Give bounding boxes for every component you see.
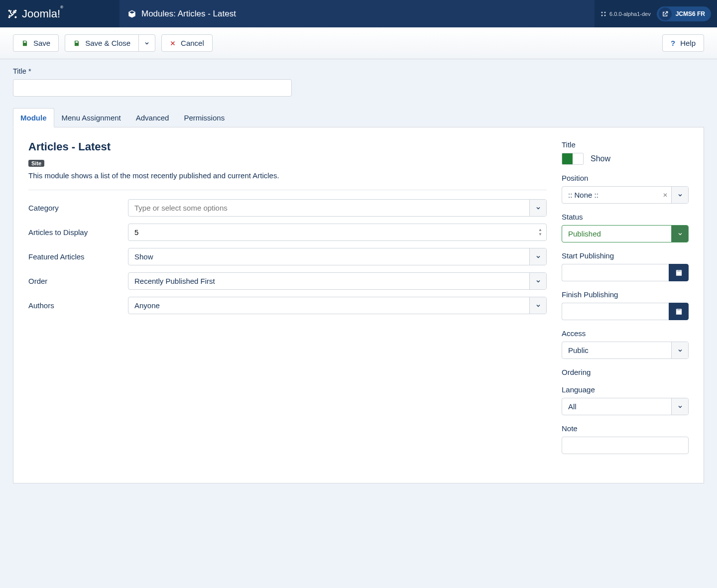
chevron-down-icon [671, 342, 688, 358]
note-label: Note [562, 424, 689, 433]
finish-publish-input[interactable] [562, 303, 669, 320]
save-icon [21, 40, 28, 47]
svg-point-5 [604, 11, 606, 13]
featured-label: Featured Articles [28, 252, 128, 261]
tab-module[interactable]: Module [13, 108, 54, 127]
chevron-down-icon [671, 398, 688, 415]
divider [28, 190, 547, 190]
site-link[interactable]: JCMS6 FR [657, 6, 711, 21]
count-label: Articles to Display [28, 228, 128, 236]
title-input[interactable] [13, 79, 292, 97]
close-icon [170, 40, 176, 46]
calendar-button[interactable] [669, 303, 689, 320]
main-column: Articles - Latest Site This module shows… [28, 140, 547, 463]
category-select[interactable]: Type or select some options [128, 199, 547, 217]
calendar-button[interactable] [669, 264, 689, 281]
status-label: Status [562, 213, 689, 221]
authors-select[interactable]: Anyone [128, 297, 547, 314]
brand[interactable]: Joomla!® [0, 0, 120, 27]
svg-rect-11 [676, 309, 681, 311]
title-field-row: Title * [0, 59, 717, 97]
svg-point-6 [601, 14, 603, 16]
cancel-button[interactable]: Cancel [161, 34, 213, 52]
svg-point-1 [14, 9, 16, 11]
language-label: Language [562, 385, 689, 394]
toolbar: Save Save & Close Cancel ? Help [0, 27, 717, 59]
chevron-down-icon [529, 200, 546, 216]
help-icon: ? [671, 39, 675, 47]
status-select[interactable]: Published [562, 225, 689, 242]
chevron-down-icon [144, 40, 150, 46]
page-title: Modules: Articles - Latest [120, 0, 595, 27]
start-publish-input[interactable] [562, 264, 669, 281]
help-button[interactable]: ? Help [662, 34, 704, 52]
tab-bar: Module Menu Assignment Advanced Permissi… [13, 108, 704, 127]
chevron-down-icon [671, 226, 688, 242]
brand-name: Joomla!® [22, 7, 63, 20]
save-close-group: Save & Close [65, 34, 155, 52]
svg-point-0 [8, 9, 10, 11]
calendar-icon [675, 269, 683, 276]
client-badge: Site [28, 160, 44, 167]
authors-label: Authors [28, 301, 128, 310]
svg-point-3 [14, 16, 16, 18]
svg-point-2 [8, 16, 10, 18]
show-title-value: Show [591, 154, 610, 163]
calendar-icon [675, 308, 683, 315]
svg-rect-8 [676, 272, 681, 276]
title-label: Title * [13, 67, 704, 75]
save-close-button[interactable]: Save & Close [65, 34, 139, 52]
featured-select[interactable]: Show [128, 248, 547, 265]
module-description: This module shows a list of the most rec… [28, 171, 547, 180]
ordering-label: Ordering [562, 368, 689, 376]
tab-advanced[interactable]: Advanced [128, 108, 177, 127]
svg-point-4 [601, 11, 603, 13]
tab-permissions[interactable]: Permissions [176, 108, 232, 127]
order-label: Order [28, 277, 128, 285]
chevron-down-icon [529, 273, 546, 289]
side-column: Title Show Position :: None :: ✕ Status … [562, 140, 689, 463]
side-title-label: Title [562, 140, 689, 149]
note-input[interactable] [562, 437, 689, 454]
number-spinner[interactable]: ▲▼ [537, 226, 544, 238]
position-label: Position [562, 174, 689, 182]
save-button[interactable]: Save [13, 34, 59, 52]
category-label: Category [28, 204, 128, 212]
show-title-switch[interactable] [562, 153, 584, 165]
module-heading: Articles - Latest [28, 140, 547, 153]
chevron-down-icon [671, 187, 688, 203]
language-select[interactable]: All [562, 398, 689, 415]
cube-icon [127, 9, 136, 18]
svg-rect-10 [676, 311, 681, 315]
count-input[interactable] [128, 224, 547, 241]
chevron-down-icon [529, 248, 546, 265]
start-publish-label: Start Publishing [562, 251, 689, 260]
access-select[interactable]: Public [562, 342, 689, 359]
external-link-icon [659, 7, 672, 20]
top-bar: Joomla!® Modules: Articles - Latest 6.0.… [0, 0, 717, 27]
svg-point-7 [604, 14, 606, 16]
finish-publish-label: Finish Publishing [562, 290, 689, 299]
tab-menu-assignment[interactable]: Menu Assignment [54, 108, 128, 127]
save-icon [73, 40, 80, 47]
version-label: 6.0.0-alpha1-dev [595, 11, 657, 17]
clear-icon[interactable]: ✕ [659, 187, 671, 203]
joomla-small-icon [600, 11, 606, 17]
svg-rect-9 [676, 270, 681, 272]
position-select[interactable]: :: None :: ✕ [562, 186, 689, 204]
access-label: Access [562, 329, 689, 338]
save-dropdown-toggle[interactable] [138, 34, 155, 52]
chevron-down-icon [529, 297, 546, 314]
joomla-logo-icon [7, 8, 18, 19]
order-select[interactable]: Recently Published First [128, 272, 547, 290]
